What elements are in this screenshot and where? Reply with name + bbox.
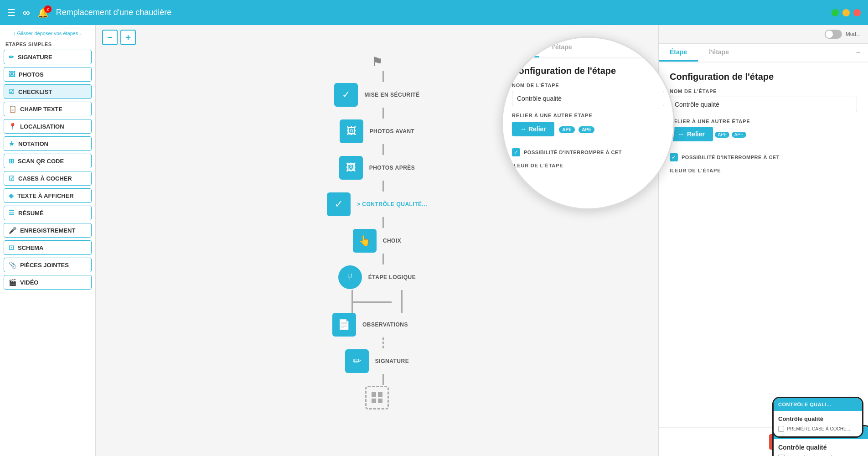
phone-step-name: Contrôle qualité — [778, 444, 867, 451]
flow-step-choix[interactable]: 👆 CHOIX — [353, 229, 402, 253]
flow-end-node — [365, 386, 389, 409]
sidebar-item-champ-texte[interactable]: 📋 CHAMP TEXTE — [4, 102, 92, 116]
flow-node-photos-apres[interactable]: 🖼 — [339, 156, 363, 180]
zoom-in-button[interactable]: + — [120, 30, 136, 45]
window-maximize-button[interactable] — [842, 9, 850, 16]
sidebar-item-cases-cocher[interactable]: ☑ CASES À COCHER — [4, 171, 92, 186]
window-minimize-button[interactable] — [832, 9, 839, 16]
flow-step-signature-end[interactable]: ✏ SIGNATURE — [345, 349, 409, 373]
sidebar: ↓ Glisser-déposer vos étapes ↓ ETAPES SI… — [0, 25, 96, 456]
localisation-icon: 📍 — [9, 123, 16, 130]
flow-node-photos-avant[interactable]: 🖼 — [340, 119, 363, 143]
apt-tag-relier: APE — [715, 132, 729, 138]
drag-hint: ↓ Glisser-déposer vos étapes ↓ — [4, 29, 92, 40]
sidebar-item-video[interactable]: 🎬 VIDÉO — [4, 275, 92, 290]
flow-label-choix: CHOIX — [383, 238, 402, 244]
magnifier-interrompre-row[interactable]: ✓ POSSIBILITÉ D'INTERROMPRE À CET — [512, 148, 664, 156]
notifications-button[interactable]: 🔔 2 — [37, 7, 49, 18]
sidebar-item-pieces-jointes[interactable]: 📎 PIÈCES JOINTES — [4, 258, 92, 272]
interrompre-checkbox[interactable]: ✓ — [670, 153, 678, 161]
flow-node-observations[interactable]: 📄 — [332, 313, 356, 337]
relier-btn-label: Relier — [687, 130, 705, 138]
flow-step-photos-avant[interactable]: 🖼 PHOTOS AVANT — [340, 119, 415, 143]
panel-tabs: Étape l'étape − — [659, 44, 868, 62]
flow-step-etape-logique[interactable]: ⑂ ÉTAPE LOGIQUE — [338, 265, 416, 289]
magnifier-apt-tag-1: APE — [559, 126, 575, 133]
flow-start-flag: ⚑ — [372, 54, 383, 69]
flow-step-observations[interactable]: 📄 OBSERVATIONS — [332, 313, 408, 337]
sidebar-item-label: PIÈCES JOINTES — [20, 262, 69, 269]
flow-step-photos-apres[interactable]: 🖼 PHOTOS APRÈS — [339, 156, 415, 180]
magnifier-relier-button[interactable]: ↔ Relier — [512, 122, 554, 136]
phone-step-name-floating: Contrôle qualité — [778, 415, 858, 422]
mode-label: Mod... — [846, 31, 861, 37]
flow-connector-3 — [382, 181, 384, 192]
phone-content-floating: Contrôle qualité PREMIÈRE CASE À COCHE..… — [774, 411, 862, 436]
relier-button[interactable]: ↔ Relier — [670, 127, 713, 141]
flow-connector-6 — [382, 337, 384, 348]
photos-icon: 🖼 — [9, 71, 15, 78]
magnifier-apt-tag-2: APE — [579, 126, 594, 133]
sidebar-item-scan-qr[interactable]: ⊞ SCAN QR CODE — [4, 154, 92, 168]
sidebar-section-title: ETAPES SIMPLES — [4, 40, 92, 50]
champ-texte-icon: 📋 — [9, 105, 16, 113]
interrompre-checkbox-row[interactable]: ✓ POSSIBILITÉ D'INTERROMPRE À CET — [670, 153, 857, 161]
svg-rect-3 — [378, 399, 382, 403]
svg-rect-1 — [378, 392, 382, 397]
apt-tag-letape: APE — [732, 132, 746, 138]
flow-connector-5 — [382, 254, 384, 264]
sidebar-item-label: RÉSUMÉ — [18, 210, 44, 217]
window-close-button[interactable] — [853, 9, 861, 16]
sidebar-item-label: CHECKLIST — [18, 88, 52, 95]
sidebar-item-label: CASES À COCHER — [18, 175, 72, 182]
sidebar-item-label: SCAN QR CODE — [18, 158, 64, 165]
flow-node-signature-end[interactable]: ✏ — [345, 349, 369, 373]
signature-icon: ✏ — [9, 53, 14, 61]
sidebar-item-enregistrement[interactable]: 🎤 ENREGISTREMENT — [4, 223, 92, 238]
magnifier-valeur-section: ILEUR DE L'ÉTAPE — [512, 161, 664, 169]
panel-close-button[interactable]: − — [856, 44, 868, 62]
sidebar-item-checklist[interactable]: ☑ CHECKLIST — [4, 84, 92, 99]
zoom-out-button[interactable]: − — [102, 30, 118, 45]
flow-step-controle-qualite[interactable]: ✓ > CONTRÔLE QUALITÉ... — [327, 192, 427, 216]
sidebar-item-texte-afficher[interactable]: ◈ TEXTE À AFFICHER — [4, 188, 92, 203]
checklist-icon: ☑ — [9, 88, 15, 95]
scan-qr-icon: ⊞ — [9, 157, 14, 165]
texte-afficher-icon: ◈ — [9, 192, 14, 199]
menu-icon[interactable]: ☰ — [7, 7, 16, 18]
sidebar-item-schema[interactable]: ⊡ SCHEMA — [4, 240, 92, 255]
tab-etape[interactable]: Étape — [659, 44, 698, 62]
magnifier-nom-input[interactable] — [512, 91, 664, 106]
flow-node-choix[interactable]: 👆 — [353, 229, 377, 253]
svg-rect-0 — [372, 392, 376, 397]
flow-connector-1 — [382, 108, 384, 119]
flow-label-photos-apres: PHOTOS APRÈS — [369, 165, 415, 171]
sidebar-item-localisation[interactable]: 📍 LOCALISATION — [4, 119, 92, 134]
phone-preview-floating: CONTRÔLE QUALI... Contrôle qualité PREMI… — [772, 397, 863, 438]
tab-letape[interactable]: l'étape — [698, 44, 740, 62]
sidebar-item-label: ENREGISTREMENT — [20, 227, 75, 234]
sidebar-item-resume[interactable]: ☰ RÉSUMÉ — [4, 206, 92, 220]
flow-step-mise-en-securite[interactable]: ✓ MISE EN SÉCURITÉ — [334, 83, 419, 107]
sidebar-item-signature[interactable]: ✏ SIGNATURE — [4, 50, 92, 64]
phone-content: Contrôle qualité PREMIÈRE CASE À COCHE..… — [774, 439, 868, 456]
mode-toggle[interactable]: Mod... — [825, 30, 861, 39]
toggle-track[interactable] — [825, 30, 842, 39]
pieces-jointes-icon: 📎 — [9, 261, 16, 269]
interrompre-label: POSSIBILITÉ D'INTERROMPRE À CET — [682, 155, 780, 160]
flow-node-controle-qualite[interactable]: ✓ — [327, 192, 351, 216]
sidebar-item-label: PHOTOS — [19, 71, 44, 78]
sidebar-item-notation[interactable]: ★ NOTATION — [4, 136, 92, 151]
relier-label: RELIER À UNE AUTRE ÉTAPE — [670, 119, 857, 124]
phone-cb-row-floating: PREMIÈRE CASE À COCHE... — [778, 426, 858, 432]
config-title: Configuration de l'étape — [670, 72, 857, 82]
flow-connector-7 — [382, 374, 384, 385]
cases-cocher-icon: ☑ — [9, 175, 15, 182]
toggle-thumb — [826, 31, 833, 38]
flow-node-etape-logique[interactable]: ⑂ — [338, 265, 362, 289]
magnifier-interrompre-checkbox[interactable]: ✓ — [512, 148, 520, 156]
sidebar-item-photos[interactable]: 🖼 PHOTOS — [4, 67, 92, 82]
flow-node-mise-en-securite[interactable]: ✓ — [334, 83, 358, 107]
nom-etape-input[interactable] — [670, 97, 857, 112]
phone-cb-floating — [778, 426, 784, 432]
